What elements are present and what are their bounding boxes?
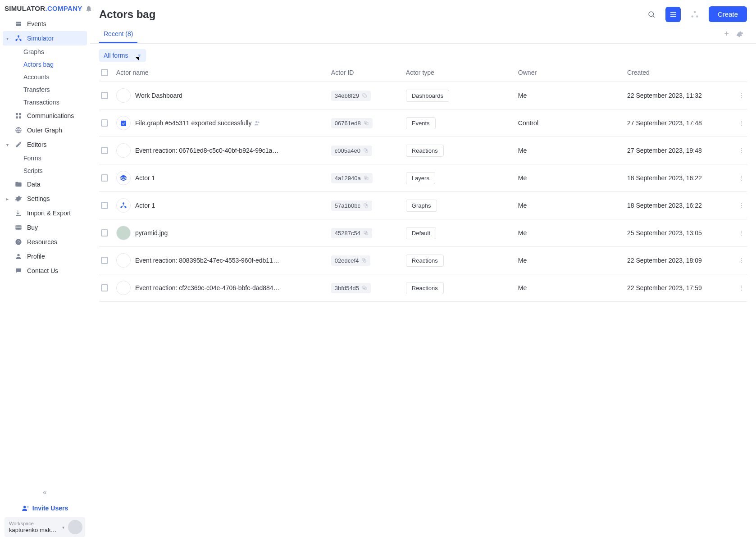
svg-point-19 xyxy=(691,15,693,18)
actor-id-chip[interactable]: 57a1b0bc xyxy=(331,200,372,211)
sidebar-item-resources[interactable]: ? Resources xyxy=(0,235,90,249)
copy-icon[interactable] xyxy=(363,148,369,153)
row-checkbox[interactable] xyxy=(101,174,108,182)
table-row[interactable]: Event reaction: cf2c369c-c04e-4706-bbfc-… xyxy=(99,274,747,302)
copy-icon[interactable] xyxy=(362,285,367,291)
actor-type-chip[interactable]: Layers xyxy=(406,172,435,184)
pencil-icon xyxy=(14,141,23,149)
sidebar-item-contact-us[interactable]: Contact Us xyxy=(0,264,90,278)
row-menu-button[interactable]: ⋮ xyxy=(736,92,747,99)
sidebar-item-events[interactable]: Events xyxy=(0,17,90,31)
tab-recent[interactable]: Recent (8) xyxy=(99,25,137,43)
copy-icon[interactable] xyxy=(361,258,367,263)
actor-type-chip[interactable]: Graphs xyxy=(406,200,437,212)
sidebar-item-data[interactable]: Data xyxy=(0,177,90,191)
users-icon xyxy=(254,120,260,126)
table-row[interactable]: File.graph #545311 exported successfully… xyxy=(99,109,747,137)
actor-name: Event reaction: cf2c369c-c04e-4706-bbfc-… xyxy=(135,284,280,291)
table-row[interactable]: pyramid.jpg 45287c54 Default Me 25 Septe… xyxy=(99,219,747,247)
svg-point-14 xyxy=(649,12,654,17)
table-row[interactable]: Actor 1 57a1b0bc Graphs Me 18 September … xyxy=(99,192,747,219)
row-menu-button[interactable]: ⋮ xyxy=(736,284,747,291)
table-row[interactable]: Event reaction: 06761ed8-c5c0-40bf-b924-… xyxy=(99,137,747,164)
copy-icon[interactable] xyxy=(364,175,369,181)
sidebar-sub-forms[interactable]: Forms xyxy=(0,152,90,164)
sidebar-sub-transactions[interactable]: Transactions xyxy=(0,96,90,109)
workspace-selector[interactable]: Workspace kapturenko maksym ▾ xyxy=(5,517,85,537)
sidebar-sub-actors-bag[interactable]: Actors bag xyxy=(0,58,90,71)
column-header-id[interactable]: Actor ID xyxy=(331,69,406,76)
sidebar-sub-scripts[interactable]: Scripts xyxy=(0,164,90,177)
row-menu-button[interactable]: ⋮ xyxy=(736,147,747,154)
filter-all-forms[interactable]: All forms ▼ ◥ xyxy=(99,49,146,62)
sidebar-item-profile[interactable]: Profile xyxy=(0,249,90,264)
actor-type-chip[interactable]: Reactions xyxy=(406,145,444,157)
copy-icon[interactable] xyxy=(363,230,369,236)
actor-type-chip[interactable]: Events xyxy=(406,117,436,129)
collapse-sidebar-button[interactable]: « xyxy=(5,486,85,501)
copy-icon[interactable] xyxy=(363,203,369,208)
row-menu-button[interactable]: ⋮ xyxy=(736,257,747,264)
create-button[interactable]: Create xyxy=(709,6,747,22)
table-row[interactable]: Work Dashboard 34eb8f29 Dashboards Me 22… xyxy=(99,82,747,109)
grid-icon xyxy=(14,112,23,120)
sidebar-item-label: Settings xyxy=(27,195,50,202)
sidebar-item-outer-graph[interactable]: Outer Graph xyxy=(0,123,90,137)
svg-point-13 xyxy=(23,506,26,508)
sidebar-item-label: Import & Export xyxy=(27,209,71,217)
copy-icon[interactable] xyxy=(362,93,367,98)
row-checkbox[interactable] xyxy=(101,229,108,237)
actor-id-chip[interactable]: 45287c54 xyxy=(331,228,372,238)
actor-owner: Me xyxy=(518,92,627,99)
column-header-type[interactable]: Actor type xyxy=(406,69,518,76)
sidebar-item-label: Contact Us xyxy=(27,267,58,274)
row-menu-button[interactable]: ⋮ xyxy=(736,229,747,237)
table-row[interactable]: Actor 1 4a12940a Layers Me 18 September … xyxy=(99,164,747,192)
list-view-button[interactable] xyxy=(665,7,681,22)
import-export-icon xyxy=(14,209,23,217)
row-menu-button[interactable]: ⋮ xyxy=(736,119,747,127)
actor-name: Actor 1 xyxy=(135,174,155,182)
select-all-checkbox[interactable] xyxy=(101,69,108,76)
search-button[interactable] xyxy=(644,7,659,22)
actor-id-chip[interactable]: 3bfd54d5 xyxy=(331,283,371,293)
row-checkbox[interactable] xyxy=(101,202,108,209)
settings-button[interactable] xyxy=(733,27,747,41)
invite-users-button[interactable]: Invite Users xyxy=(5,501,85,517)
actor-type-chip[interactable]: Dashboards xyxy=(406,90,449,102)
row-checkbox[interactable] xyxy=(101,147,108,154)
actor-type-chip[interactable]: Reactions xyxy=(406,255,444,267)
sidebar-sub-transfers[interactable]: Transfers xyxy=(0,83,90,96)
row-menu-button[interactable]: ⋮ xyxy=(736,174,747,182)
actor-id-chip[interactable]: 02edcef4 xyxy=(331,255,371,266)
sidebar-item-import-export[interactable]: Import & Export xyxy=(0,206,90,220)
actor-id-chip[interactable]: 4a12940a xyxy=(331,173,373,183)
actor-id-chip[interactable]: 06761ed8 xyxy=(331,118,373,128)
sidebar-sub-graphs[interactable]: Graphs xyxy=(0,46,90,58)
row-type-icon xyxy=(116,253,131,268)
row-checkbox[interactable] xyxy=(101,92,108,99)
row-menu-button[interactable]: ⋮ xyxy=(736,202,747,209)
column-header-name[interactable]: Actor name xyxy=(116,69,331,76)
actor-type-chip[interactable]: Reactions xyxy=(406,282,444,294)
svg-rect-3 xyxy=(16,113,18,115)
row-checkbox[interactable] xyxy=(101,284,108,291)
sidebar-sub-accounts[interactable]: Accounts xyxy=(0,71,90,83)
table-row[interactable]: Event reaction: 808395b2-47ec-4553-960f-… xyxy=(99,247,747,274)
sidebar-item-simulator[interactable]: ▾ Simulator xyxy=(3,31,87,46)
caret-right-icon: ▸ xyxy=(5,196,10,201)
sidebar-item-editors[interactable]: ▾ Editors xyxy=(0,137,90,152)
column-header-owner[interactable]: Owner xyxy=(518,69,627,76)
actor-id-chip[interactable]: 34eb8f29 xyxy=(331,91,371,101)
sidebar-item-settings[interactable]: ▸ Settings xyxy=(0,191,90,206)
copy-icon[interactable] xyxy=(364,120,369,126)
row-checkbox[interactable] xyxy=(101,257,108,264)
actor-type-chip[interactable]: Default xyxy=(406,227,436,239)
row-checkbox[interactable] xyxy=(101,119,108,127)
actor-id-chip[interactable]: c005a4e0 xyxy=(331,146,372,156)
column-header-created[interactable]: Created xyxy=(627,69,736,76)
sidebar-item-buy[interactable]: Buy xyxy=(0,220,90,235)
sidebar-item-communications[interactable]: Communications xyxy=(0,109,90,123)
add-tab-button[interactable]: + xyxy=(720,26,733,42)
graph-view-button[interactable] xyxy=(687,7,702,22)
